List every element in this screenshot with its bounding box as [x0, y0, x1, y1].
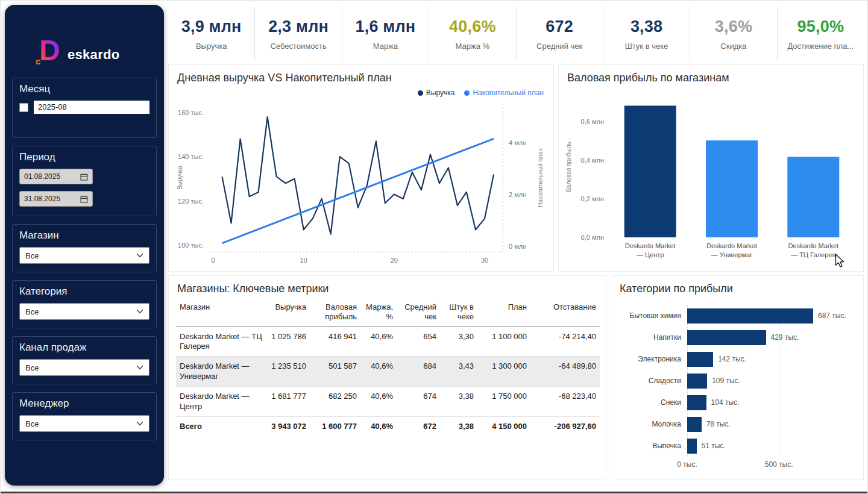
- table-title: Магазины: Ключевые метрики: [169, 276, 606, 295]
- filter-manager-label: Менеджер: [19, 398, 149, 410]
- kpi-card-5: 3,38Штук в чеке: [603, 7, 690, 61]
- legend-label-plan: Накопительный план: [473, 89, 544, 97]
- svg-text:100 тыс.: 100 тыс.: [178, 242, 204, 249]
- table-column-header[interactable]: Выручка: [266, 301, 310, 327]
- table-cell: 1 750 000: [477, 387, 530, 417]
- table-column-header[interactable]: Валовая прибыль: [310, 301, 360, 327]
- category-dropdown[interactable]: Все: [19, 303, 149, 320]
- store-bar-2[interactable]: [787, 157, 839, 237]
- svg-text:0,4 млн: 0,4 млн: [581, 157, 604, 164]
- kpi-card-0: 3,9 млнВыручка: [168, 7, 254, 61]
- legend-item-revenue[interactable]: Выручка: [418, 89, 455, 97]
- gross-profit-bar-chart[interactable]: 0,0 млн0,2 млн0,4 млн0,6 млнВаловая приб…: [561, 87, 863, 271]
- table-total-row: Всего3 943 0721 600 77740,6%6723,384 150…: [176, 416, 600, 436]
- revenue-line[interactable]: [222, 117, 494, 234]
- category-bar-5[interactable]: [687, 417, 702, 432]
- category-value: 109 тыс.: [712, 377, 740, 385]
- date-to-button[interactable]: 31.08.2025: [19, 191, 93, 207]
- manager-dropdown[interactable]: Все: [19, 415, 149, 432]
- filter-period-label: Период: [19, 151, 149, 163]
- calendar-icon: [80, 173, 88, 181]
- svg-text:— ТЦ Галерея: — ТЦ Галерея: [791, 251, 835, 258]
- kpi-value: 95,0%: [797, 17, 844, 36]
- table-column-header[interactable]: Отставание: [530, 301, 600, 327]
- svg-text:160 тыс.: 160 тыс.: [178, 109, 204, 116]
- table-cell: 40,6%: [360, 387, 397, 417]
- category-bar-2[interactable]: [687, 352, 713, 367]
- table-column-header[interactable]: Магазин: [176, 301, 266, 327]
- table-cell: 654: [397, 327, 440, 357]
- store-bar-0[interactable]: [624, 105, 676, 237]
- daily-revenue-line-chart[interactable]: 100 тыс.120 тыс.140 тыс.160 тыс.0 млн2 м…: [175, 96, 546, 271]
- table-row: Deskardo Market — ТЦ Галерея1 025 786416…: [176, 327, 600, 357]
- table-cell: 3,38: [440, 416, 477, 436]
- month-checkbox[interactable]: [19, 103, 28, 112]
- store-bar-1[interactable]: [706, 140, 758, 237]
- kpi-strip: 3,9 млнВыручка2,3 млнСебестоимость1,6 мл…: [168, 7, 864, 61]
- svg-text:20: 20: [391, 257, 398, 264]
- category-row: Снеки104 тыс.: [620, 392, 857, 413]
- table-cell: 1 100 000: [477, 327, 530, 357]
- category-value: 78 тыс.: [706, 420, 731, 428]
- filter-category: Категория Все: [12, 280, 157, 328]
- chevron-down-icon: [136, 253, 143, 258]
- kpi-value: 672: [546, 17, 573, 36]
- category-bar-0[interactable]: [687, 308, 813, 324]
- kpi-label: Скидка: [720, 42, 746, 51]
- category-bar-6[interactable]: [687, 439, 697, 454]
- category-bar-1[interactable]: [687, 330, 766, 345]
- kpi-card-6: 3,6%Скидка: [690, 7, 776, 61]
- store-chart-title: Валовая прибыль по магазинам: [559, 65, 863, 84]
- table-column-header[interactable]: Штук в чеке: [440, 301, 477, 327]
- table-cell: Deskardo Market — ТЦ Галерея: [176, 327, 266, 357]
- table-column-header[interactable]: План: [477, 301, 530, 327]
- axis-tick-label: 0 тыс.: [677, 460, 697, 469]
- brand-name: eskardo: [68, 47, 119, 70]
- channel-dropdown[interactable]: Все: [19, 359, 149, 376]
- svg-text:c: c: [36, 56, 40, 66]
- category-label: Снеки: [620, 398, 687, 407]
- table-cell: 501 587: [310, 357, 360, 387]
- channel-dropdown-value: Все: [25, 363, 39, 372]
- date-to-value: 31.08.2025: [24, 195, 60, 203]
- chevron-down-icon: [136, 365, 143, 370]
- table-cell: 3 943 072: [266, 416, 310, 436]
- table-cell: 1 025 786: [266, 327, 310, 357]
- store-dropdown[interactable]: Все: [19, 247, 149, 264]
- svg-text:0,6 млн: 0,6 млн: [581, 118, 604, 125]
- category-value: 429 тыс.: [771, 333, 799, 342]
- kpi-label: Достижение пла...: [787, 42, 854, 51]
- svg-text:D: D: [39, 34, 60, 66]
- table-cell: 3,30: [440, 327, 477, 357]
- kpi-card-7: 95,0%Достижение пла...: [777, 7, 864, 61]
- category-row: Молочка78 тыс.: [620, 413, 857, 435]
- kpi-value: 40,6%: [449, 17, 496, 36]
- line-chart-title: Дневная выручка VS Накопительный план: [169, 65, 553, 84]
- axis-tick-label: 500 тыс.: [765, 460, 793, 469]
- table-cell: Deskardo Market — Универмаг: [176, 357, 266, 387]
- table-cell: -64 489,80: [530, 357, 600, 387]
- legend-item-plan[interactable]: Накопительный план: [464, 89, 544, 97]
- category-bar-chart-panel: Категории по прибыли Бытовая химия687 ты…: [611, 275, 864, 480]
- table-column-header[interactable]: Средний чек: [397, 301, 440, 327]
- kpi-value: 1,6 млн: [356, 17, 416, 36]
- table-cell: 682 250: [310, 387, 360, 417]
- brand-mark-icon: D c: [35, 33, 70, 70]
- category-bar-4[interactable]: [687, 395, 706, 410]
- metrics-table: МагазинВыручкаВаловая прибыльМаржа, %Сре…: [176, 301, 600, 436]
- table-row: Deskardo Market — Центр1 681 777682 2504…: [176, 387, 600, 417]
- kpi-label: Штук в чеке: [625, 42, 668, 51]
- kpi-label: Маржа %: [456, 42, 490, 51]
- table-column-header[interactable]: Маржа, %: [360, 301, 397, 327]
- table-cell: 4 150 000: [477, 416, 530, 436]
- category-value: 51 тыс.: [702, 442, 726, 450]
- category-bar-3[interactable]: [687, 374, 707, 389]
- table-cell: -68 223,40: [530, 387, 600, 417]
- table-cell: 40,6%: [360, 327, 397, 357]
- table-cell: Deskardo Market — Центр: [176, 387, 266, 417]
- table-cell: 3,38: [440, 387, 477, 417]
- date-from-button[interactable]: 01.08.2025: [19, 169, 93, 184]
- table-row: Deskardo Market — Универмаг1 235 510501 …: [176, 357, 600, 387]
- month-value-input[interactable]: 2025-08: [34, 101, 149, 114]
- kpi-card-4: 672Средний чек: [516, 7, 603, 61]
